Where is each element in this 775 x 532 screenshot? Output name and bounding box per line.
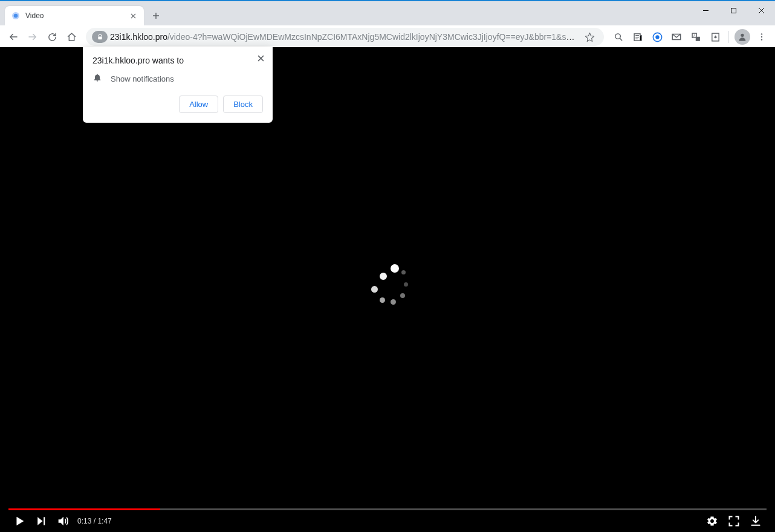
- site-info-button[interactable]: [92, 31, 108, 43]
- bell-icon: [92, 73, 102, 85]
- svg-text:A: A: [693, 34, 695, 37]
- extension-zoom-icon[interactable]: [610, 28, 627, 45]
- nav-back-button[interactable]: [5, 28, 22, 45]
- play-button[interactable]: [8, 510, 30, 532]
- download-button[interactable]: [745, 510, 767, 532]
- allow-button[interactable]: Allow: [179, 96, 218, 113]
- extension-translate-icon[interactable]: A: [687, 28, 704, 45]
- tab-title: Video: [25, 11, 128, 20]
- profile-avatar-button[interactable]: [734, 28, 751, 45]
- svg-point-4: [615, 33, 620, 39]
- settings-gear-icon[interactable]: [701, 510, 723, 532]
- loading-spinner: [366, 264, 409, 307]
- permission-origin-text: 23i1k.hkloo.pro wants to: [92, 56, 263, 65]
- window-close-button[interactable]: [747, 1, 775, 19]
- volume-button[interactable]: [52, 510, 74, 532]
- block-button[interactable]: Block: [223, 96, 263, 113]
- popup-close-icon[interactable]: [253, 51, 268, 65]
- window-maximize-button[interactable]: [719, 1, 747, 19]
- svg-rect-3: [98, 36, 102, 39]
- nav-reload-button[interactable]: [44, 28, 60, 45]
- fullscreen-button[interactable]: [723, 510, 745, 532]
- video-time-display: 0:13 / 1:47: [77, 517, 112, 525]
- notification-permission-popup: 23i1k.hkloo.pro wants to Show notificati…: [83, 47, 273, 123]
- url-text: 23i1k.hkloo.pro/video-4?h=waWQiOjEwMDEwM…: [110, 32, 576, 42]
- extension-news-icon[interactable]: [629, 28, 646, 45]
- tab-favicon: [11, 11, 21, 21]
- svg-rect-2: [731, 8, 736, 13]
- nav-home-button[interactable]: [63, 28, 80, 45]
- browser-tab[interactable]: Video: [5, 6, 144, 25]
- next-button[interactable]: [30, 510, 52, 532]
- video-controls-bar: 0:13 / 1:47: [0, 503, 775, 532]
- window-minimize-button[interactable]: [692, 1, 719, 19]
- extension-shield-icon[interactable]: [649, 28, 666, 45]
- extension-import-icon[interactable]: [707, 28, 724, 45]
- nav-forward-button: [24, 28, 41, 45]
- svg-rect-16: [44, 517, 45, 525]
- svg-rect-9: [695, 36, 699, 41]
- chrome-menu-button[interactable]: [753, 28, 770, 45]
- svg-point-13: [761, 33, 762, 34]
- svg-point-15: [761, 39, 762, 40]
- svg-point-14: [761, 36, 762, 37]
- toolbar-separator: [728, 31, 729, 43]
- svg-point-12: [741, 34, 744, 37]
- svg-point-1: [14, 14, 18, 18]
- svg-point-7: [655, 35, 659, 39]
- new-tab-button[interactable]: [148, 7, 164, 24]
- extension-mail-icon[interactable]: [668, 28, 685, 45]
- tab-close-icon[interactable]: [128, 11, 138, 21]
- permission-request-text: Show notifications: [111, 74, 174, 83]
- bookmark-star-icon[interactable]: [581, 28, 598, 45]
- address-bar[interactable]: 23i1k.hkloo.pro/video-4?h=waWQiOjEwMDEwM…: [86, 28, 604, 46]
